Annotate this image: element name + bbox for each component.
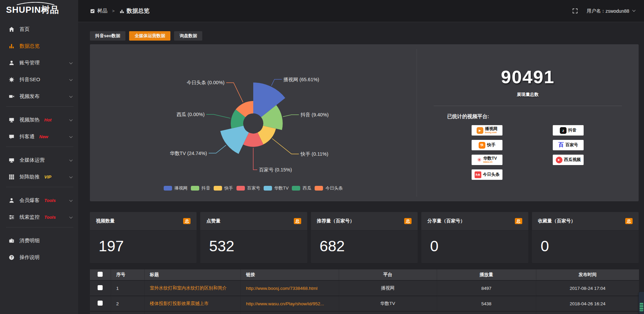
column-header-2: 链接 (240, 269, 339, 280)
stat-card-header: 收藏量（百家号）总 (532, 212, 639, 230)
platform-name: 西瓜视频 (564, 158, 581, 162)
legend-item-2[interactable]: 快手 (214, 185, 233, 191)
boosj-logo-icon: ▶ (477, 127, 483, 134)
cell-url-link[interactable]: http://www.wasu.cn/Play/show/id/952... (240, 296, 339, 311)
sidebar-item-label: 数据总览 (19, 43, 40, 49)
sidebar-item-grid[interactable]: 矩阵助推VIP (0, 170, 78, 184)
pie-label-4: 华数TV (24.74%) (170, 151, 207, 156)
total-impressions-label: 展现量总数 (417, 92, 639, 98)
breadcrumb-separator: > (112, 8, 115, 13)
cell-title-link[interactable]: 楼体投影灯投影效果震撼上市 (144, 296, 240, 311)
stat-card-header: 推荐量（百家号）总 (311, 212, 418, 230)
stat-card-header: 视频数量总 (90, 212, 197, 230)
label-line-6 (226, 83, 243, 102)
table-row: 2楼体投影灯投影效果震撼上市http://www.wasu.cn/Play/sh… (90, 296, 639, 311)
stat-card-value: 0 (421, 230, 528, 254)
chart-icon (9, 43, 14, 49)
sidebar-item-label: 首页 (19, 26, 30, 33)
cell-published: 2017-08-24 17:04 (536, 280, 639, 296)
video-table-wrap: 序号标题链接平台播放量发布时间 1室外水纹灯和室内水纹灯的区别和简介http:/… (90, 269, 639, 314)
fullscreen-icon[interactable] (572, 8, 578, 14)
sidebar-item-heat[interactable]: 视频加热Hot (0, 113, 78, 126)
chevron-down-icon (69, 135, 73, 138)
cell-url-link[interactable]: http://www.boosj.com/7338468.html (240, 280, 339, 296)
sidebar-item-label: 视频发布 (19, 93, 40, 100)
tab-3[interactable]: 询盘数据 (174, 31, 202, 41)
cell-index: 2 (111, 296, 144, 311)
chevron-down-icon (69, 95, 73, 98)
summary-area: 90491 展现量总数 已统计的视频平台: ▶播视网boosj.com♪抖音快快… (417, 44, 639, 201)
total-badge: 总 (183, 218, 191, 224)
cell-published: 2018-04-26 16:24 (536, 296, 639, 311)
row-checkbox[interactable] (98, 285, 103, 290)
cell-plays: 8497 (437, 280, 536, 296)
username-prefix: 用户名： (587, 8, 605, 14)
sidebar-item-video[interactable]: 视频发布 (0, 90, 78, 103)
total-badge: 总 (294, 218, 301, 224)
sidebar-item-help[interactable]: ?操作说明 (0, 251, 78, 264)
sidebar-item-chart[interactable]: 数据总览 (0, 39, 78, 53)
floating-widget[interactable] (639, 292, 644, 314)
baijiahao-logo-icon: 百 (558, 142, 564, 149)
tab-2[interactable]: 全媒体运营数据 (129, 31, 170, 41)
sidebar-divider (6, 147, 73, 147)
legend-swatch (191, 186, 199, 191)
sidebar-item-user[interactable]: 账号管理 (0, 56, 78, 69)
sidebar-item-badge: Tools (44, 215, 56, 220)
legend-item-0[interactable]: 播视网 (164, 185, 187, 191)
legend-item-4[interactable]: 华数TV (264, 185, 289, 191)
breadcrumb-root[interactable]: 树品 (97, 8, 107, 14)
sidebar-item-badge: Tools (44, 198, 56, 203)
sidebar-item-sliders[interactable]: 线索监控Tools (0, 210, 78, 224)
chevron-down-icon (69, 215, 73, 219)
sidebar-item-monitor[interactable]: 全媒体运营 (0, 153, 78, 167)
legend-item-1[interactable]: 抖音 (191, 185, 210, 191)
row-select-cell (90, 280, 111, 296)
row-checkbox[interactable] (98, 301, 103, 306)
wasu-logo-icon: ✳ (477, 157, 481, 163)
sidebar-divider (6, 106, 73, 107)
tab-1[interactable]: 抖音seo数据 (90, 31, 125, 41)
legend-item-3[interactable]: 百家号 (236, 185, 260, 191)
select-all-checkbox[interactable] (98, 272, 103, 277)
legend-label: 西瓜 (303, 185, 311, 191)
stat-card-3: 分享量（百家号）总0 (421, 212, 528, 263)
legend-label: 华数TV (274, 185, 289, 191)
label-line-2 (272, 139, 299, 154)
sidebar-item-gear[interactable]: 抖音SEO (0, 73, 78, 86)
username: zswodun88 (605, 8, 629, 14)
column-header-3: 平台 (339, 269, 437, 280)
overview-panel: 播视网 (65.61%)抖音 (9.40%)快手 (0.11%)百家号 (0.1… (90, 44, 639, 201)
legend-item-6[interactable]: 今日头条 (315, 185, 343, 191)
chevron-down-icon (632, 8, 636, 12)
row-select-cell (90, 296, 111, 311)
platform-name: 今日头条 (483, 172, 500, 177)
stat-card-header: 点赞量总 (200, 212, 307, 230)
user-menu[interactable]: 用户名： zswodun88 (587, 8, 635, 14)
sidebar-item-home[interactable]: 首页 (0, 22, 78, 36)
sidebar-item-chat[interactable]: 抖客通New (0, 130, 78, 143)
summary-divider (434, 106, 622, 106)
legend-item-5[interactable]: 西瓜 (292, 185, 311, 191)
logo-text: SHUPIN树品 (6, 5, 78, 15)
platform-subname: boosj.com (485, 131, 498, 134)
sidebar-item-person[interactable]: 会员爆客Tools (0, 194, 78, 207)
total-impressions-value: 90491 (417, 68, 639, 86)
stat-card-2: 推荐量（百家号）总682 (311, 212, 418, 263)
platform-name: 百家号 (566, 143, 578, 147)
grid-icon (9, 174, 14, 180)
legend-label: 播视网 (174, 185, 187, 191)
rose-pie-chart[interactable]: 播视网 (65.61%)抖音 (9.40%)快手 (0.11%)百家号 (0.1… (90, 44, 417, 201)
legend-swatch (315, 186, 323, 191)
column-header-5: 发布时间 (536, 269, 639, 280)
total-badge: 总 (625, 218, 633, 224)
pie-slice-4[interactable] (220, 126, 249, 154)
sidebar-item-label: 视频加热 (19, 117, 40, 123)
logo[interactable]: SHUPIN树品 (0, 0, 78, 19)
total-badge: 总 (515, 218, 522, 224)
cell-title-link[interactable]: 室外水纹灯和室内水纹灯的区别和简介 (144, 280, 240, 296)
stat-card-value: 0 (532, 230, 639, 254)
legend-swatch (264, 186, 272, 191)
sidebar-item-wallet[interactable]: 消费明细 (0, 234, 78, 247)
chevron-down-icon (69, 199, 73, 202)
